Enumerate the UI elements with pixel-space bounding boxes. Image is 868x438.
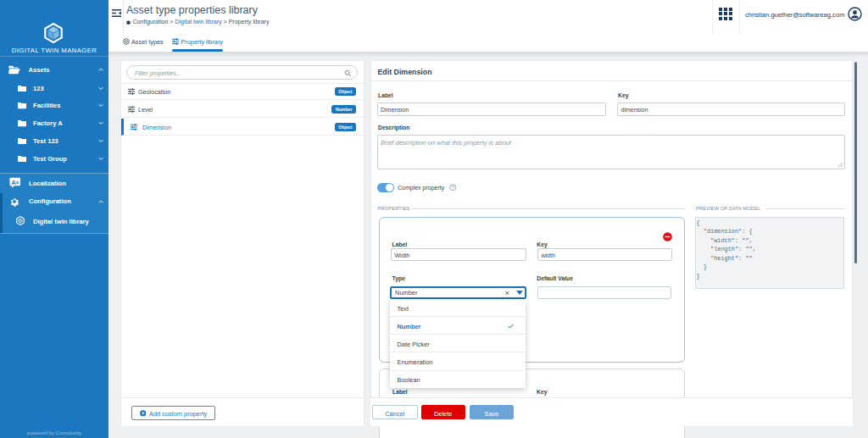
svg-text:?: ? [452,185,454,190]
